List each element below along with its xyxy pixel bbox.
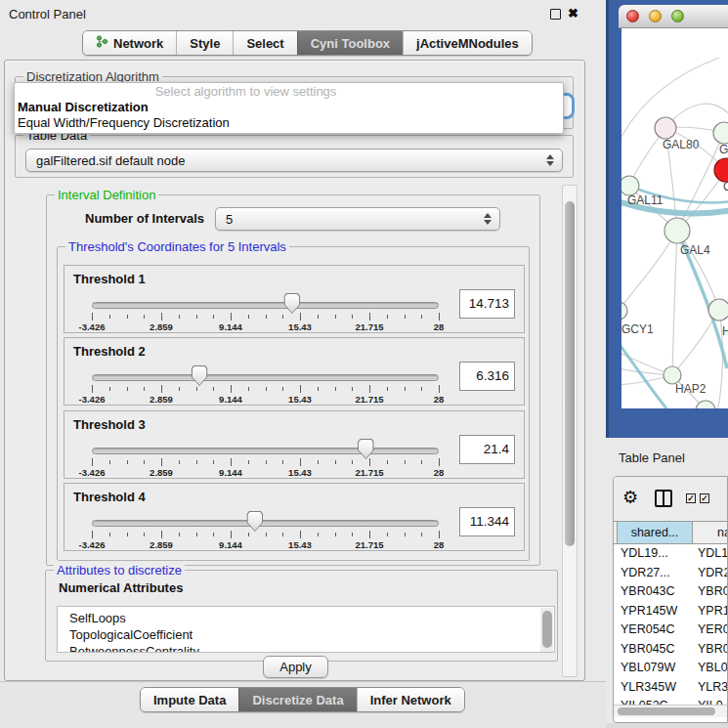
attributes-scrollbar[interactable] xyxy=(540,608,553,653)
table-h-scrollbar[interactable] xyxy=(614,705,727,717)
cell-shared-name: YDL19... xyxy=(621,546,668,560)
thresholds-group: Threshold's Coordinates for 5 Intervals … xyxy=(57,246,530,561)
network-node[interactable] xyxy=(621,176,639,195)
network-node[interactable] xyxy=(708,299,728,321)
control-panel-titlebar: Control Panel ✖ xyxy=(0,0,606,27)
network-node-label: H xyxy=(722,324,728,338)
table-h-scrollbar-thumb[interactable] xyxy=(618,707,715,715)
tab-discretize-data[interactable]: Discretize Data xyxy=(238,688,356,711)
slider-handle[interactable] xyxy=(246,511,263,532)
column-header-shared[interactable]: shared... xyxy=(617,522,693,543)
table-row[interactable]: YBL079WYBL0 xyxy=(614,659,727,678)
panel-scrollbar-thumb[interactable] xyxy=(565,201,575,546)
popup-item[interactable]: Equal Width/Frequency Discretization xyxy=(15,115,563,131)
threshold-value-field[interactable]: 11.344 xyxy=(459,507,515,536)
threshold-value-field[interactable]: 14.713 xyxy=(459,289,515,319)
tab-impute-data[interactable]: Impute Data xyxy=(141,688,238,711)
checkbox-icon[interactable]: ✓ xyxy=(686,493,696,503)
column-header-name[interactable]: na xyxy=(694,522,728,543)
slider-track[interactable] xyxy=(92,520,439,527)
network-node[interactable] xyxy=(664,218,690,243)
cell-shared-name: YBL079W xyxy=(621,661,675,674)
table-row[interactable]: YDR27...YDR2 xyxy=(614,564,727,583)
gear-icon[interactable]: ⚙ xyxy=(622,487,638,508)
scale-label: 9.144 xyxy=(219,321,242,332)
tick-mark xyxy=(300,458,301,466)
tab-network[interactable]: Network xyxy=(83,31,176,55)
slider-handle[interactable] xyxy=(283,293,300,314)
tick-mark xyxy=(248,533,249,536)
threshold-value-field[interactable]: 21.4 xyxy=(459,435,515,464)
float-window-icon[interactable] xyxy=(550,9,561,20)
slider-track[interactable] xyxy=(92,302,439,309)
network-node[interactable] xyxy=(696,401,715,408)
tab-cyni-toolbox[interactable]: Cyni Toolbox xyxy=(297,31,403,55)
cell-name: YER0 xyxy=(698,622,727,636)
numerical-attributes-list[interactable]: SelfLoopsTopologicalCoefficientBetweenne… xyxy=(57,606,555,653)
columns-icon[interactable] xyxy=(655,490,672,507)
scale-label: 21.715 xyxy=(355,539,383,550)
close-traffic-light-icon[interactable] xyxy=(626,10,639,22)
network-canvas[interactable]: GAL80GACGAL11GAL4GCY1HHAP2 xyxy=(621,28,728,408)
network-node[interactable] xyxy=(655,117,676,139)
network-node-label: GAL80 xyxy=(663,138,700,151)
slider-handle-face xyxy=(359,440,373,458)
scale-label: 15.43 xyxy=(288,467,312,478)
table-row[interactable]: YBR043CYBR0 xyxy=(614,582,727,602)
slider-handle[interactable] xyxy=(358,439,374,459)
network-icon xyxy=(96,35,108,51)
network-node-label: GAL11 xyxy=(627,193,664,207)
tick-mark xyxy=(109,533,110,536)
tab-select[interactable]: Select xyxy=(233,31,296,55)
scale-label: 15.43 xyxy=(288,394,312,405)
tick-mark xyxy=(161,313,162,321)
apply-button[interactable]: Apply xyxy=(263,656,328,678)
close-icon[interactable]: ✖ xyxy=(568,6,578,21)
slider-handle[interactable] xyxy=(192,365,208,386)
list-item[interactable]: SelfLoops xyxy=(58,610,554,626)
threshold-value-field[interactable]: 6.316 xyxy=(459,362,515,391)
table-row[interactable]: YPR145WYPR1 xyxy=(614,602,727,621)
network-node[interactable] xyxy=(713,122,728,144)
spinner-arrows-icon xyxy=(546,154,554,166)
attributes-scrollbar-thumb[interactable] xyxy=(542,611,552,648)
tab-infer-network[interactable]: Infer Network xyxy=(357,688,464,711)
zoom-traffic-light-icon[interactable] xyxy=(671,10,684,22)
table-row[interactable]: YBR045CYBR0 xyxy=(614,640,727,660)
tick-mark xyxy=(196,533,197,536)
table-data-combo[interactable]: galFiltered.sif default node xyxy=(25,149,563,172)
scale-label: -3.426 xyxy=(79,539,106,550)
tick-mark xyxy=(92,531,93,538)
scale-label: 15.43 xyxy=(288,321,312,332)
number-of-intervals-combo[interactable]: 5 xyxy=(215,207,500,231)
attributes-group-title: Attributes to discretize xyxy=(54,563,185,578)
numerical-attributes-label: Numerical Attributes xyxy=(59,580,183,595)
network-node[interactable] xyxy=(714,158,728,182)
tick-mark xyxy=(282,315,283,319)
tick-mark xyxy=(421,315,422,319)
interval-definition-group: Interval Definition Number of Intervals … xyxy=(46,194,540,566)
slider-ticks xyxy=(92,531,439,539)
table-row[interactable]: YDL19...YDL1 xyxy=(614,544,727,564)
cell-shared-name: YDR27... xyxy=(621,566,670,579)
tick-mark xyxy=(405,315,406,319)
table-row[interactable]: YER054CYER0 xyxy=(614,621,727,640)
minimize-traffic-light-icon[interactable] xyxy=(649,10,662,22)
tab-style[interactable]: Style xyxy=(176,31,233,55)
popup-item[interactable]: Manual Discretization xyxy=(15,100,563,115)
list-item[interactable]: TopologicalCoefficient xyxy=(58,626,554,643)
table-row[interactable]: YIL052CYIL0 xyxy=(614,697,727,705)
slider-track[interactable] xyxy=(92,374,439,381)
tick-mark xyxy=(109,387,110,391)
scale-label: -3.426 xyxy=(79,321,106,332)
slider-track[interactable] xyxy=(92,448,439,454)
slider-scale-labels: -3.4262.8599.14415.4321.71528 xyxy=(92,321,439,333)
checkbox-icon[interactable]: ✓ xyxy=(700,493,709,503)
panel-scrollbar[interactable] xyxy=(562,185,578,677)
popup-header: Select algorithm to view settings xyxy=(15,83,563,100)
table-row[interactable]: YLR345WYLR3 xyxy=(614,678,727,698)
list-item[interactable]: BetweennessCentrality xyxy=(58,643,554,653)
network-node[interactable] xyxy=(621,302,627,320)
tab-jactivemnodules[interactable]: jActiveMNodules xyxy=(403,31,532,55)
network-node-label: C xyxy=(723,180,728,193)
